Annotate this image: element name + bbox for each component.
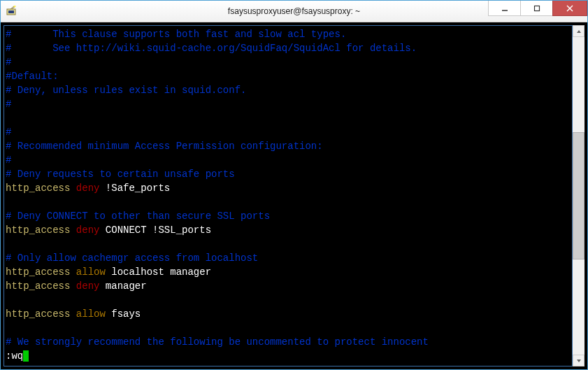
directive: http_access	[6, 183, 70, 194]
config-comment: #	[6, 155, 11, 166]
keyword-deny: deny	[76, 225, 100, 236]
titlebar[interactable]: fsaysusproxyuser@fsaysusproxy: ~	[1, 1, 587, 22]
directive: http_access	[6, 225, 70, 236]
directive: http_access	[6, 280, 70, 292]
keyword-deny: deny	[76, 280, 100, 292]
directive-arg: manager	[106, 280, 147, 292]
scrollbar-track[interactable]	[573, 37, 585, 355]
config-comment: # This clause supports both fast and slo…	[6, 29, 346, 40]
directive: http_access	[6, 308, 70, 320]
directive-arg: !Safe_ports	[106, 183, 170, 194]
directive-arg: fsays	[111, 308, 141, 320]
svg-rect-6	[534, 6, 539, 10]
window-title: fsaysusproxyuser@fsaysusproxy: ~	[228, 6, 360, 16]
config-comment: #	[6, 99, 11, 110]
scrollbar-thumb[interactable]	[573, 132, 585, 259]
window-controls	[488, 1, 587, 16]
config-comment: #	[6, 127, 11, 138]
maximize-button[interactable]	[520, 1, 552, 16]
config-comment: # Deny CONNECT to other than secure SSL …	[6, 211, 270, 222]
svg-marker-10	[577, 360, 581, 362]
config-comment: # Only allow cachemgr access from localh…	[6, 252, 258, 264]
scroll-down-button[interactable]	[573, 355, 585, 367]
config-comment: # See http://wiki.squid-cache.org/SquidF…	[6, 43, 417, 54]
terminal-area: # This clause supports both fast and slo…	[1, 22, 587, 369]
keyword-allow: allow	[76, 266, 106, 278]
scroll-up-button[interactable]	[573, 25, 585, 37]
directive: http_access	[6, 266, 70, 278]
terminal[interactable]: # This clause supports both fast and slo…	[3, 25, 573, 367]
directive-arg: CONNECT !SSL_ports	[106, 225, 211, 236]
config-comment: #Default:	[6, 71, 59, 82]
svg-marker-9	[577, 30, 581, 33]
svg-rect-1	[8, 10, 14, 13]
config-comment: # Deny requests to certain unsafe ports	[6, 169, 235, 180]
cursor	[23, 350, 29, 362]
minimize-button[interactable]	[488, 1, 520, 16]
vim-command-line[interactable]: :wq	[6, 350, 23, 362]
vertical-scrollbar[interactable]	[573, 25, 585, 367]
putty-icon	[6, 6, 17, 17]
config-comment: #	[6, 57, 11, 68]
directive-arg: localhost manager	[111, 266, 211, 278]
config-comment: # Deny, unless rules exist in squid.conf…	[6, 85, 246, 96]
keyword-deny: deny	[76, 183, 100, 194]
keyword-allow: allow	[76, 308, 106, 320]
close-button[interactable]	[552, 1, 587, 16]
config-comment: # Recommended minimum Access Permission …	[6, 141, 323, 152]
putty-window: fsaysusproxyuser@fsaysusproxy: ~ # This …	[0, 0, 588, 370]
config-comment: # We strongly recommend the following be…	[6, 336, 429, 348]
